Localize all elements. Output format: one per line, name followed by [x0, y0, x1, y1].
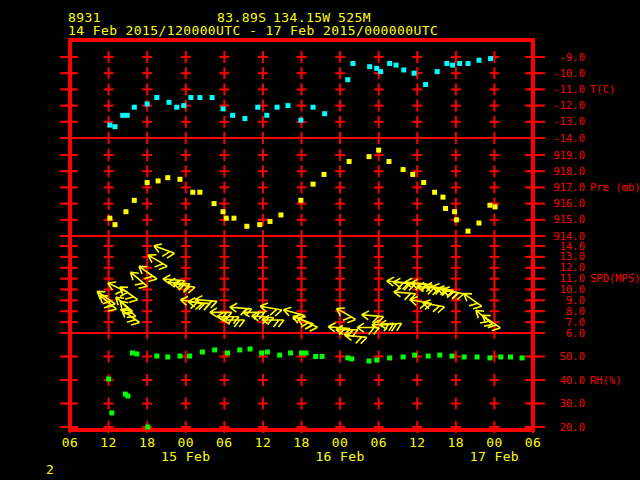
meteogram-plot: -9.0-10.0-11.0-12.0-13.0-14.0T(C)919.091… [0, 0, 640, 480]
data-point-pressure [401, 167, 406, 172]
data-point-pressure [298, 198, 303, 203]
data-point-pressure [267, 219, 272, 224]
x-date-label: 15 Feb [161, 449, 210, 464]
data-point-relative-humidity [462, 354, 467, 359]
x-tick-label: 18 [139, 435, 155, 450]
data-point-pressure [376, 148, 381, 153]
data-point-pressure [440, 195, 445, 200]
data-point-pressure [123, 209, 128, 214]
data-point-relative-humidity [349, 356, 354, 361]
data-point-temperature [107, 123, 112, 128]
data-point-temperature [264, 113, 269, 118]
data-point-relative-humidity [387, 355, 392, 360]
data-point-relative-humidity [265, 350, 270, 355]
x-tick-label: 18 [293, 435, 309, 450]
data-point-pressure [278, 212, 283, 217]
data-point-temperature [394, 63, 399, 68]
data-point-relative-humidity [130, 350, 135, 355]
data-point-temperature [113, 124, 118, 129]
data-point-relative-humidity [426, 354, 431, 359]
data-point-pressure [386, 159, 391, 164]
data-point-temperature [120, 113, 125, 118]
data-point-relative-humidity [200, 350, 205, 355]
data-point-relative-humidity [154, 354, 159, 359]
series-label: Pre (mb) [590, 181, 640, 193]
page-number: 2 [46, 463, 54, 477]
data-point-temperature [154, 95, 159, 100]
y-tick-label: 30.0 [560, 397, 585, 409]
x-tick-label: 06 [216, 435, 232, 450]
data-point-temperature [167, 100, 172, 105]
data-point-pressure [197, 190, 202, 195]
data-point-temperature [285, 103, 290, 108]
data-point-relative-humidity [412, 353, 417, 358]
data-point-temperature [401, 67, 406, 72]
data-point-temperature [255, 105, 260, 110]
x-tick-label: 12 [255, 435, 271, 450]
data-point-pressure [224, 216, 229, 221]
x-tick-label: 12 [100, 435, 116, 450]
x-tick-label: 12 [409, 435, 425, 450]
data-point-pressure [322, 172, 327, 177]
data-point-temperature [230, 113, 235, 118]
data-point-temperature [488, 56, 493, 61]
y-tick-label: 20.0 [560, 421, 585, 433]
data-point-temperature [457, 61, 462, 66]
data-point-temperature [197, 95, 202, 100]
data-point-pressure [113, 222, 118, 227]
data-point-relative-humidity [475, 354, 480, 359]
x-date-label: 16 Feb [315, 449, 364, 464]
data-point-pressure [212, 201, 217, 206]
y-tick-label: 917.0 [553, 181, 585, 193]
data-point-temperature [298, 118, 303, 123]
data-point-relative-humidity [449, 354, 454, 359]
y-tick-label: 919.0 [553, 149, 585, 161]
y-tick-label: 50.0 [560, 350, 585, 362]
y-tick-label: 40.0 [560, 374, 585, 386]
data-point-relative-humidity [374, 358, 379, 363]
data-point-pressure [476, 221, 481, 226]
data-point-relative-humidity [187, 354, 192, 359]
y-tick-label: -12.0 [553, 99, 585, 111]
x-tick-label: 06 [525, 435, 541, 450]
data-point-relative-humidity [304, 350, 309, 355]
data-point-temperature [221, 106, 226, 111]
data-point-relative-humidity [498, 354, 503, 359]
data-point-pressure [454, 217, 459, 222]
data-point-temperature [412, 71, 417, 76]
data-point-temperature [210, 95, 215, 100]
data-point-pressure [244, 224, 249, 229]
data-point-relative-humidity [212, 347, 217, 352]
data-point-temperature [174, 105, 179, 110]
x-tick-label: 00 [178, 435, 194, 450]
data-point-pressure [466, 229, 471, 234]
data-point-relative-humidity [165, 354, 170, 359]
data-point-pressure [410, 172, 415, 177]
data-point-pressure [145, 180, 150, 185]
data-point-relative-humidity [134, 351, 139, 356]
x-tick-label: 06 [62, 435, 78, 450]
data-point-relative-humidity [145, 425, 150, 430]
data-point-pressure [443, 206, 448, 211]
data-point-temperature [242, 116, 247, 121]
data-point-relative-humidity [313, 354, 318, 359]
data-point-temperature [181, 103, 186, 108]
y-tick-label: -13.0 [553, 115, 585, 127]
data-point-pressure [452, 209, 457, 214]
data-point-relative-humidity [125, 393, 130, 398]
data-point-temperature [145, 101, 150, 106]
data-point-temperature [322, 111, 327, 116]
data-point-temperature [125, 113, 130, 118]
y-tick-label: 916.0 [553, 197, 585, 209]
y-tick-label: 6.0 [566, 327, 585, 339]
y-tick-label: 915.0 [553, 213, 585, 225]
x-tick-label: 18 [448, 435, 464, 450]
wind-barb [422, 299, 446, 314]
data-point-relative-humidity [520, 355, 525, 360]
data-point-temperature [311, 105, 316, 110]
data-point-relative-humidity [320, 354, 325, 359]
data-point-pressure [177, 177, 182, 182]
data-point-pressure [190, 190, 195, 195]
data-point-relative-humidity [177, 354, 182, 359]
x-date-label: 17 Feb [470, 449, 519, 464]
